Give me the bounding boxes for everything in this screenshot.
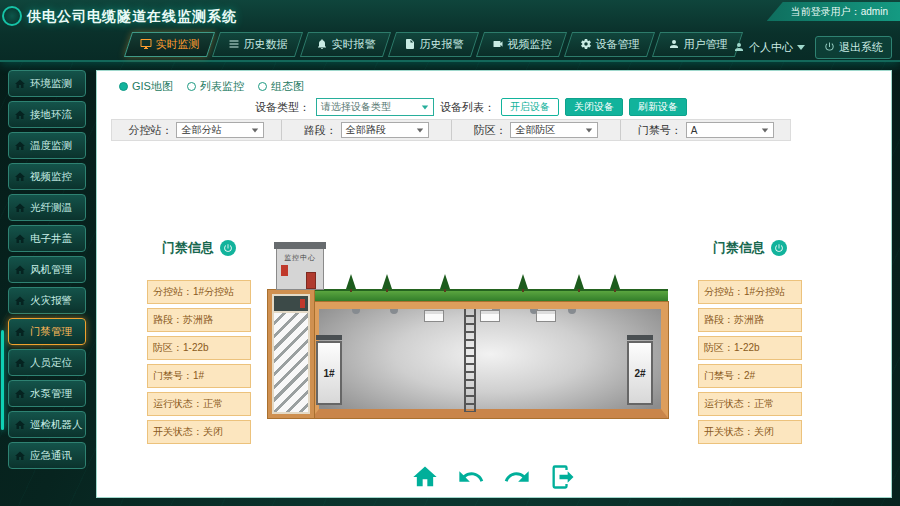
bottom-nav [97,463,891,491]
tab-label: 历史数据 [244,37,288,52]
panel-title: 门禁信息 [162,239,214,257]
field-substation: 分控站：1#分控站 [147,280,251,304]
tab-realtime-monitor[interactable]: 实时监测 [128,32,211,57]
tab-history-alarm[interactable]: 历史报警 [392,32,475,57]
back-button[interactable] [457,463,485,491]
chevron-down-icon [761,128,767,132]
module-icon [14,419,26,431]
radio-icon [187,82,196,91]
sidebar-item-manhole-cover[interactable]: 电子井盖 [8,225,86,252]
refresh-device-button[interactable]: 刷新设备 [629,98,687,116]
sidebar-item-personnel-location[interactable]: 人员定位 [8,349,86,376]
access-door-1[interactable]: 1# [316,341,342,405]
tab-label: 历史报警 [420,37,464,52]
module-icon [14,140,26,152]
device-type-select[interactable]: 请选择设备类型 [316,98,434,116]
field-run-status: 运行状态：正常 [698,392,802,416]
sidebar-item-env-monitor[interactable]: 环境监测 [8,70,86,97]
field-substation: 分控站：1#分控站 [698,280,802,304]
defense-zone-select[interactable]: 全部防区 [510,122,598,138]
control-center-building: 监控中心 [276,248,324,290]
app-title: 供电公司电缆隧道在线监测系统 [27,8,237,26]
cable-tray-box [480,310,500,322]
logout-button[interactable]: 退出系统 [815,36,892,59]
tab-label: 设备管理 [596,37,640,52]
forward-button[interactable] [503,463,531,491]
module-icon [14,233,26,245]
tree-icon [346,274,356,289]
device-toolbar: 设备类型： 请选择设备类型 设备列表： 开启设备 关闭设备 刷新设备 [255,98,687,116]
tab-realtime-alarm[interactable]: 实时报警 [304,32,387,57]
tree-icon [610,274,620,289]
building-door [306,272,316,289]
field-switch-status: 开关状态：关闭 [147,420,251,444]
tunnel-interior [319,309,661,409]
power-toggle-icon[interactable] [220,240,236,256]
field-run-status: 运行状态：正常 [147,392,251,416]
power-icon [824,41,835,54]
field-defense-zone: 防区：1-22b [147,336,251,360]
sidebar-item-fan[interactable]: 风机管理 [8,256,86,283]
module-icon [14,78,26,90]
exit-button[interactable] [549,463,577,491]
tunnel-cross-section: 监控中心 1# 2# [268,246,668,426]
door-number-select[interactable]: A [686,122,774,138]
view-mode-list-monitor[interactable]: 列表监控 [187,79,244,94]
filter-bar: 分控站： 全部分站 路段： 全部路段 防区： 全部防区 门禁号： A [111,119,791,141]
sidebar-item-pump[interactable]: 水泵管理 [8,380,86,407]
sidebar-item-fiber-temp[interactable]: 光纤测温 [8,194,86,221]
left-scrollbar[interactable] [1,330,4,430]
view-mode-scada[interactable]: 组态图 [258,79,304,94]
personal-center-menu[interactable]: 个人中心 [733,40,805,55]
tree-icon [440,274,450,289]
access-info-panel-left: 门禁信息 分控站：1#分控站 路段：苏洲路 防区：1-22b 门禁号：1# 运行… [147,239,251,444]
access-info-panel-right: 门禁信息 分控站：1#分控站 路段：苏洲路 防区：1-22b 门禁号：2# 运行… [698,239,802,444]
substation-select[interactable]: 全部分站 [176,122,264,138]
sidebar-item-inspection-robot[interactable]: 巡检机器人 [8,411,86,438]
sidebar-item-fire-alarm[interactable]: 火灾报警 [8,287,86,314]
module-icon [14,109,26,121]
tab-video-monitor[interactable]: 视频监控 [480,32,563,57]
header-right: 个人中心 退出系统 [733,36,892,59]
module-icon [14,171,26,183]
tab-label: 用户管理 [684,37,728,52]
control-center-label: 监控中心 [277,253,323,263]
gear-icon [580,38,592,52]
door-number-label: 门禁号： [638,123,682,138]
sidebar-item-access-control[interactable]: 门禁管理 [8,318,86,345]
logout-label: 退出系统 [839,40,883,55]
sidebar-item-video[interactable]: 视频监控 [8,163,86,190]
view-mode-gis-map[interactable]: GIS地图 [119,79,173,94]
tab-user-management[interactable]: 用户管理 [656,32,739,57]
sidebar: 环境监测 接地环流 温度监测 视频监控 光纤测温 电子井盖 风机管理 火灾报警 … [8,70,86,469]
document-icon [404,38,416,52]
power-toggle-icon[interactable] [771,240,787,256]
filter-door-number: 门禁号： A [621,120,790,140]
tab-history-data[interactable]: 历史数据 [216,32,299,57]
road-section-select[interactable]: 全部路段 [341,122,429,138]
sidebar-item-emergency-comm[interactable]: 应急通讯 [8,442,86,469]
device-type-label: 设备类型： [255,100,310,115]
access-door-2[interactable]: 2# [627,341,653,405]
filter-road-section: 路段： 全部路段 [282,120,452,140]
shaft-opening [274,296,308,311]
home-button[interactable] [411,463,439,491]
person-icon [733,41,745,55]
app-logo-icon [2,6,22,26]
substation-label: 分控站： [128,123,172,138]
open-device-button[interactable]: 开启设备 [501,98,559,116]
app-window: 供电公司电缆隧道在线监测系统 当前登录用户：admin 实时监测 历史数据 实时… [0,0,900,506]
sidebar-item-ground-current[interactable]: 接地环流 [8,101,86,128]
main-panel: GIS地图 列表监控 组态图 设备类型： 请选择设备类型 设备列表： 开启设备 … [96,70,892,498]
tree-icon [382,274,392,289]
main-tabs: 实时监测 历史数据 实时报警 历史报警 视频监控 设备管理 [128,32,739,57]
tab-device-management[interactable]: 设备管理 [568,32,651,57]
close-device-button[interactable]: 关闭设备 [565,98,623,116]
cable-tray-box [424,310,444,322]
personal-center-label: 个人中心 [749,40,793,55]
sidebar-item-temperature[interactable]: 温度监测 [8,132,86,159]
field-door-number: 门禁号：2# [698,364,802,388]
field-road-section: 路段：苏洲路 [698,308,802,332]
tree-icon [574,274,584,289]
chevron-down-icon [422,105,428,109]
